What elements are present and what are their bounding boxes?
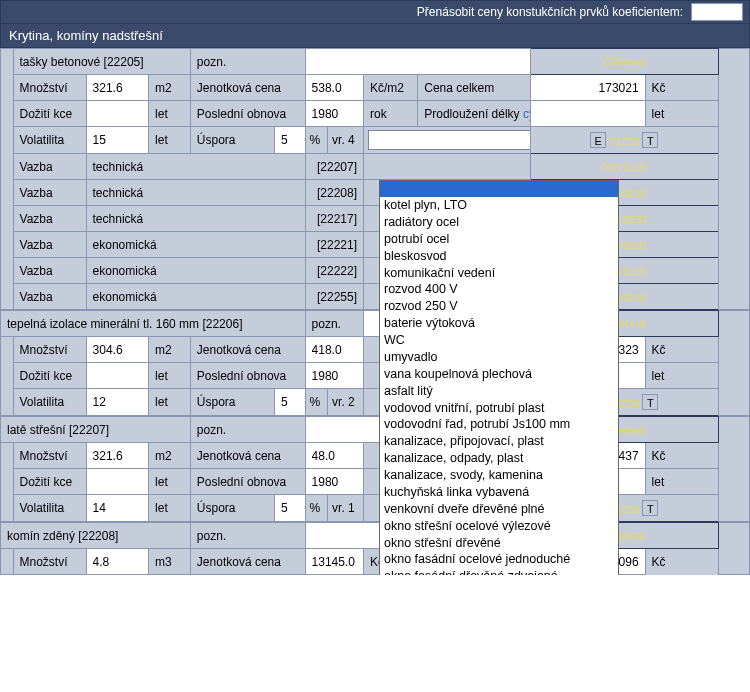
link-code: [22217]	[305, 206, 363, 232]
vol-input[interactable]	[89, 393, 147, 411]
dropdown-option[interactable]: asfalt litý	[380, 383, 618, 400]
dropdown-option[interactable]: vodovod vnitřní, potrubí plast	[380, 400, 618, 417]
t-icon[interactable]: T	[642, 132, 658, 148]
link-dropdown[interactable]: kotel plyn, LTOradiátory ocelpotrubí oce…	[379, 180, 619, 575]
e-icon[interactable]: E	[590, 132, 606, 148]
dropdown-option[interactable]: okno fasádní ocelové jednoduché	[380, 551, 618, 568]
dropdown-option[interactable]: kanalizace, připojovací, plast	[380, 433, 618, 450]
link-code: [22207]	[305, 154, 363, 180]
link-select[interactable]	[368, 130, 530, 150]
uprice-label: Jenotková cena	[190, 337, 305, 363]
dropdown-option[interactable]: okno fasádní dřevěné zdvojené	[380, 568, 618, 575]
link-type: ekonomická	[86, 284, 305, 310]
dropdown-option[interactable]	[380, 181, 618, 197]
vol-input[interactable]	[89, 499, 147, 517]
note-label: pozn.	[190, 523, 305, 549]
pct: %	[306, 127, 328, 153]
dropdown-option[interactable]: venkovní dveře dřevěné plné	[380, 501, 618, 518]
last-label: Poslední obnova	[190, 469, 305, 495]
life-input[interactable]	[89, 473, 147, 491]
uprice-input[interactable]	[308, 447, 361, 465]
note-input[interactable]	[308, 53, 528, 71]
unit: m2	[149, 337, 191, 363]
vr-label: vr.	[332, 133, 345, 147]
note-label: pozn.	[305, 311, 363, 337]
vazba-label: Vazba	[13, 154, 86, 180]
uprice-input[interactable]	[308, 553, 361, 571]
note-label: pozn.	[190, 417, 305, 443]
dropdown-option[interactable]: okno střešní dřevěné	[380, 535, 618, 552]
link-type: technická	[86, 180, 305, 206]
last-input[interactable]	[308, 367, 361, 385]
unit2: Kč/m2	[364, 75, 418, 101]
qty-label: Množství	[13, 443, 86, 469]
remove-button[interactable]: Odebrat	[530, 49, 718, 75]
qty-label: Množství	[13, 549, 86, 575]
uprice-label: Jenotková cena	[190, 549, 305, 575]
vol-label: Volatilita	[13, 495, 86, 522]
dropdown-option[interactable]: vodovodní řad, potrubí Js100 mm	[380, 416, 618, 433]
t-icon[interactable]: T	[642, 394, 658, 410]
years: let	[149, 127, 191, 154]
last-label: Poslední obnova	[190, 101, 305, 127]
dropdown-option[interactable]: okno střešní ocelové výlezové	[380, 518, 618, 535]
save-input[interactable]	[277, 131, 303, 149]
save-input[interactable]	[277, 499, 303, 517]
dropdown-option[interactable]: WC	[380, 332, 618, 349]
years: let	[149, 469, 191, 495]
vazba-label: Vazba	[13, 180, 86, 206]
currency: Kč	[645, 337, 718, 363]
years: let	[645, 363, 718, 389]
uprice-label: Jenotková cena	[190, 443, 305, 469]
qty-input[interactable]	[89, 341, 147, 359]
life-input[interactable]	[89, 105, 147, 123]
save-label: Úspora	[191, 127, 275, 153]
qty-input[interactable]	[89, 447, 147, 465]
last-label: Poslední obnova	[190, 363, 305, 389]
item-title: tepelná izolace minerální tl. 160 mm [22…	[1, 311, 306, 337]
uprice-input[interactable]	[308, 341, 361, 359]
topbar: Přenásobit ceny konstukčních prvků koefi…	[0, 0, 750, 24]
unlink-button[interactable]: Nevázat	[530, 154, 718, 180]
years: let	[149, 363, 191, 389]
last-input[interactable]	[308, 473, 361, 491]
save-input[interactable]	[277, 393, 303, 411]
dropdown-option[interactable]: radiátory ocel	[380, 214, 618, 231]
years: let	[645, 101, 718, 127]
vazba-button[interactable]: EvazbaT	[530, 127, 718, 154]
life-input[interactable]	[89, 367, 147, 385]
dropdown-option[interactable]: kuchyňská linka vybavená	[380, 484, 618, 501]
dropdown-option[interactable]: potrubí ocel	[380, 231, 618, 248]
item-title: komín zděný [22208]	[1, 523, 191, 549]
dropdown-option[interactable]: baterie výtoková	[380, 315, 618, 332]
life-label: Dožití kce	[13, 363, 86, 389]
dropdown-option[interactable]: rozvod 250 V	[380, 298, 618, 315]
life-label: Dožití kce	[13, 101, 86, 127]
currency: Kč	[645, 75, 718, 101]
dropdown-option[interactable]: umyvadlo	[380, 349, 618, 366]
dropdown-option[interactable]: kotel plyn, LTO	[380, 197, 618, 214]
item-title: latě střešní [22207]	[1, 417, 191, 443]
currency: Kč	[645, 443, 718, 469]
dropdown-option[interactable]: kanalizace, odpady, plast	[380, 450, 618, 467]
unit: m3	[149, 549, 191, 575]
t-icon[interactable]: T	[642, 500, 658, 516]
qty-label: Množství	[13, 337, 86, 363]
coef-input[interactable]	[691, 3, 743, 21]
uprice-label: Jenotková cena	[190, 75, 305, 101]
dropdown-option[interactable]: rozvod 400 V	[380, 281, 618, 298]
qty-input[interactable]	[89, 553, 147, 571]
vazba-label: Vazba	[13, 232, 86, 258]
dropdown-option[interactable]: kanalizace, svody, kamenina	[380, 467, 618, 484]
unit: m2	[149, 443, 191, 469]
dropdown-option[interactable]: komunikační vedení	[380, 265, 618, 282]
last-input[interactable]	[308, 105, 361, 123]
dropdown-option[interactable]: bleskosvod	[380, 248, 618, 265]
qty-input[interactable]	[89, 79, 147, 97]
uprice-input[interactable]	[308, 79, 361, 97]
vol-input[interactable]	[89, 131, 147, 149]
link-code: [22222]	[305, 258, 363, 284]
ext-input[interactable]	[533, 105, 643, 123]
dropdown-option[interactable]: vana koupelnová plechová	[380, 366, 618, 383]
total-input[interactable]	[533, 79, 643, 97]
